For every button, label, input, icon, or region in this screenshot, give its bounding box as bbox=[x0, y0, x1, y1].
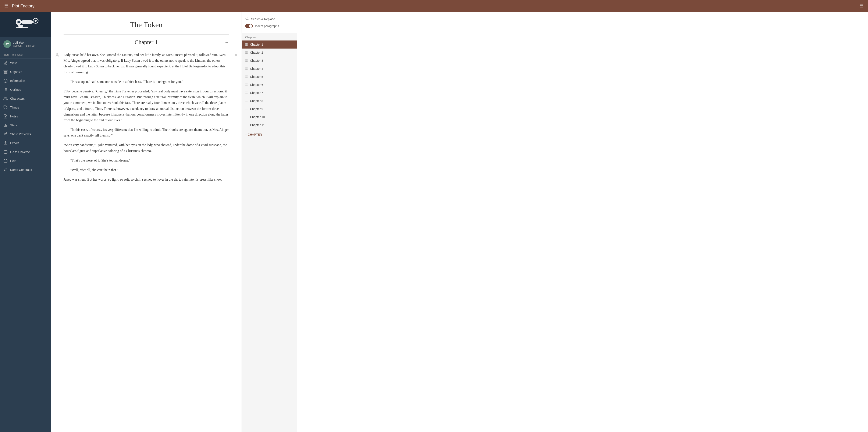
drag-handle-2: ☰ bbox=[245, 51, 248, 54]
chapter-list-item-7[interactable]: ☰ Chapter 7 bbox=[242, 89, 297, 97]
paragraph-2[interactable]: "Please open," said some one outside in … bbox=[64, 79, 229, 85]
story-label: Story - The Token bbox=[0, 51, 51, 59]
sidebar-item-write[interactable]: Write bbox=[0, 59, 51, 67]
chapter-item-label-5: Chapter 5 bbox=[250, 75, 263, 79]
app-title: Plot Factory bbox=[12, 4, 860, 8]
sidebar-item-notes[interactable]: Notes bbox=[0, 112, 51, 121]
sidebar-item-share[interactable]: Share Previews bbox=[0, 130, 51, 138]
chapter-list-item-2[interactable]: ☰ Chapter 2 bbox=[242, 49, 297, 57]
search-replace-row[interactable]: Search & Replace bbox=[245, 15, 293, 23]
drag-handle-7: ☰ bbox=[245, 91, 248, 95]
sidebar-item-outlines[interactable]: Outlines bbox=[0, 85, 51, 94]
chapter-list-item-5[interactable]: ☰ Chapter 5 bbox=[242, 73, 297, 81]
drag-handle-6: ☰ bbox=[245, 83, 248, 87]
wand-icon bbox=[3, 168, 8, 172]
chapter-header: Chapter 1 → bbox=[64, 34, 229, 45]
sidebar-item-information[interactable]: Information bbox=[0, 76, 51, 85]
chapter-item-label-8: Chapter 8 bbox=[250, 99, 263, 102]
organize-icon bbox=[3, 70, 8, 74]
add-chapter-button[interactable]: + CHAPTER bbox=[242, 130, 297, 139]
sidebar-item-organize[interactable]: Organize bbox=[0, 67, 51, 76]
chapter-item-label-10: Chapter 10 bbox=[250, 115, 265, 119]
sidebar-item-things[interactable]: Things bbox=[0, 103, 51, 112]
svg-line-30 bbox=[5, 133, 6, 134]
right-panel-tools: Search & Replace Indent paragraphs bbox=[242, 12, 297, 33]
svg-rect-2 bbox=[21, 20, 33, 24]
user-icon bbox=[55, 53, 59, 57]
right-panel: Search & Replace Indent paragraphs Chapt… bbox=[242, 12, 297, 432]
menu-icon[interactable]: ☰ bbox=[4, 3, 8, 9]
svg-rect-8 bbox=[4, 71, 7, 72]
nav-label-outlines: Outlines bbox=[10, 88, 21, 91]
paragraph-5[interactable]: "She's very handsome," Lydia ventured, w… bbox=[64, 142, 229, 153]
svg-point-28 bbox=[6, 135, 7, 136]
chapter-item-label-4: Chapter 4 bbox=[250, 67, 263, 70]
nav-label-name-generator: Name Generator bbox=[10, 168, 32, 172]
chapter-list-item-1[interactable]: ☰ Chapter 1 bbox=[242, 40, 297, 49]
sidebar-item-export[interactable]: Export bbox=[0, 138, 51, 148]
svg-rect-7 bbox=[4, 70, 7, 71]
indent-toggle[interactable] bbox=[245, 24, 253, 28]
story-title: The Token bbox=[64, 20, 229, 29]
paragraph-6[interactable]: "That's the worst of it. She's too hands… bbox=[64, 157, 229, 163]
chapter-list: ☰ Chapter 1 ☰ Chapter 2 ☰ Chapter 3 ☰ Ch… bbox=[242, 40, 297, 129]
globe-icon bbox=[3, 150, 8, 154]
nav-label-organize: Organize bbox=[10, 70, 22, 73]
sidebar-item-stats[interactable]: Stats bbox=[0, 121, 51, 130]
user-links: Account · Sign out bbox=[13, 44, 35, 47]
outlines-icon bbox=[3, 88, 8, 92]
paragraph-8[interactable]: Janey was silent. But her words, so ligh… bbox=[64, 177, 229, 182]
chapter-list-item-3[interactable]: ☰ Chapter 3 bbox=[242, 57, 297, 65]
chapter-list-item-10[interactable]: ☰ Chapter 10 bbox=[242, 113, 297, 121]
sidebar-item-help[interactable]: Help bbox=[0, 156, 51, 165]
drag-handle-10: ☰ bbox=[245, 115, 248, 119]
chapter-list-item-11[interactable]: ☰ Chapter 11 bbox=[242, 121, 297, 129]
pencil-icon bbox=[3, 61, 8, 65]
search-replace-label: Search & Replace bbox=[251, 18, 275, 21]
search-svg bbox=[245, 17, 249, 20]
chapter-item-label-6: Chapter 6 bbox=[250, 83, 263, 87]
svg-point-1 bbox=[18, 21, 20, 23]
paragraph-1[interactable]: Lady Susan held her own. She ignored the… bbox=[64, 52, 229, 75]
svg-point-27 bbox=[4, 134, 5, 135]
drag-handle-5: ☰ bbox=[245, 75, 248, 79]
nav-label-export: Export bbox=[10, 142, 19, 145]
sidebar-item-universe[interactable]: Go to Universe bbox=[0, 148, 51, 156]
nav-label-write: Write bbox=[10, 61, 17, 65]
chapter-list-item-8[interactable]: ☰ Chapter 8 bbox=[242, 97, 297, 105]
chapter-list-item-6[interactable]: ☰ Chapter 6 bbox=[242, 81, 297, 89]
paragraph-4[interactable]: "In this case, of course, it's very diff… bbox=[64, 127, 229, 138]
nav-label-help: Help bbox=[10, 159, 16, 162]
signout-link[interactable]: Sign out bbox=[26, 44, 35, 47]
indent-row[interactable]: Indent paragraphs bbox=[245, 23, 293, 29]
svg-point-4 bbox=[35, 20, 37, 22]
help-icon bbox=[3, 159, 8, 163]
content-area: The Token Chapter 1 → ✕ Lady Susan held … bbox=[51, 12, 242, 432]
drag-handle-11: ☰ bbox=[245, 123, 248, 127]
svg-line-29 bbox=[5, 134, 6, 135]
logo-icon bbox=[10, 16, 40, 33]
chapter-list-item-4[interactable]: ☰ Chapter 4 bbox=[242, 65, 297, 73]
sidebar-item-name-generator[interactable]: Name Generator bbox=[0, 165, 51, 174]
avatar: JY bbox=[3, 40, 11, 48]
chapter-next-arrow[interactable]: → bbox=[225, 40, 229, 45]
chapter-item-label-3: Chapter 3 bbox=[250, 59, 263, 62]
svg-point-19 bbox=[4, 97, 6, 99]
chapter-list-item-9[interactable]: ☰ Chapter 9 bbox=[242, 105, 297, 113]
paragraph-3[interactable]: Filby became pensive. "Clearly," the Tim… bbox=[64, 88, 229, 123]
right-menu-icon[interactable]: ☰ bbox=[860, 3, 864, 9]
nav-label-notes: Notes bbox=[10, 115, 18, 118]
sidebar-user: JY Jeff Yeon Account · Sign out bbox=[0, 37, 51, 51]
things-icon bbox=[3, 105, 8, 110]
close-button[interactable]: ✕ bbox=[234, 53, 237, 57]
account-link[interactable]: Account bbox=[13, 44, 22, 47]
paragraph-7[interactable]: "Well, after all, she can't help that." bbox=[64, 167, 229, 173]
chapter-item-label-9: Chapter 9 bbox=[250, 107, 263, 111]
drag-handle-1: ☰ bbox=[245, 43, 248, 46]
share-icon bbox=[3, 132, 8, 136]
chapter-item-label-11: Chapter 11 bbox=[250, 123, 265, 127]
svg-point-37 bbox=[246, 17, 248, 20]
info-icon bbox=[3, 79, 8, 83]
nav-label-things: Things bbox=[10, 106, 19, 109]
sidebar-item-characters[interactable]: Characters bbox=[0, 94, 51, 103]
